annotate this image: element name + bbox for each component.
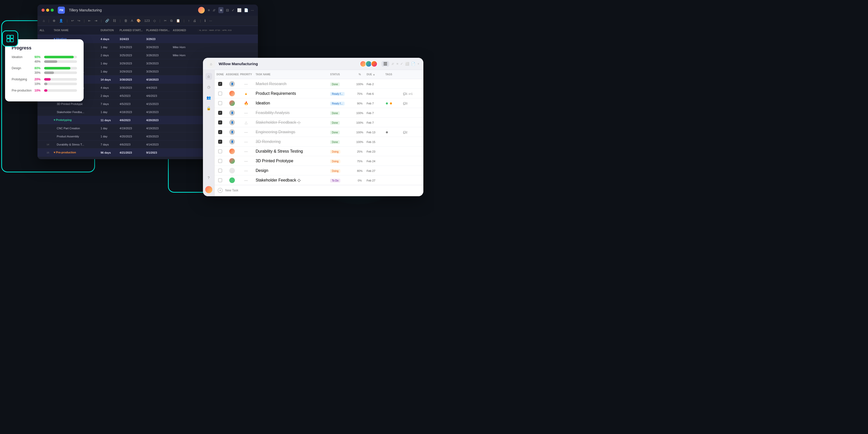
sidebar-home[interactable]: ⌂	[206, 73, 212, 80]
progress-category-prototyping: Prototyping	[12, 78, 34, 81]
list-icon-3[interactable]: ≡	[397, 62, 399, 66]
diamond-icon[interactable]: ◇	[152, 18, 157, 23]
doc-icon[interactable]: 📄	[244, 8, 248, 12]
gantt-col-start: PLANNED START...	[118, 29, 144, 32]
minimize-dot[interactable]	[46, 9, 49, 12]
menu-icon[interactable]: ≡	[208, 8, 210, 12]
progress-bar-prototyping-2	[44, 83, 77, 85]
close-dot[interactable]	[41, 9, 44, 12]
tag-green-ideation	[386, 103, 388, 105]
redo-icon[interactable]: ↪	[76, 18, 82, 23]
list-icon-2[interactable]: ⫻	[391, 62, 395, 66]
outdent-icon[interactable]: ⇤	[87, 18, 92, 23]
list-row-market-research[interactable]: ✓ 👤 — Market Research Done 100% Feb 2	[215, 79, 423, 89]
filter-icon[interactable]: ≡	[218, 7, 223, 13]
unlink-icon[interactable]: ⛓	[112, 18, 117, 23]
gantt-toolbar-icons: ≡ ⫻ ≡ ⊟ ✓ ⬜ 📄 ···	[208, 7, 254, 13]
checkbox-product-req[interactable]	[218, 91, 222, 95]
list-icon-6[interactable]: 📄	[411, 62, 415, 66]
checkbox-durability[interactable]	[218, 149, 222, 153]
priority-eng-drawings: —	[239, 130, 254, 134]
status-market-research: Done	[330, 82, 340, 86]
status-eng-drawings: Done	[330, 131, 340, 134]
more-dots-icon[interactable]: ···	[208, 18, 213, 23]
priority-durability: —	[239, 149, 254, 153]
checkbox-market-research[interactable]: ✓	[218, 82, 222, 86]
list-row-product-req[interactable]: ▲ Product Requirements Ready f... 75% Fe…	[215, 89, 423, 98]
checkbox-ideation[interactable]	[218, 101, 222, 105]
sidebar-clock[interactable]: ◷	[206, 84, 212, 90]
list-row-durability[interactable]: — Durability & Stress Testing Doing 25% …	[215, 147, 423, 156]
pm-badge: PM	[58, 7, 65, 14]
status-design: Doing	[330, 169, 340, 173]
list-icon-4[interactable]: ✓	[400, 62, 403, 66]
progress-bar-preproduction-1	[44, 89, 77, 92]
list-home-icon[interactable]: ⌂	[207, 60, 215, 68]
sidebar-help[interactable]: ?	[206, 174, 212, 181]
checkbox-feasibility[interactable]: ✓	[218, 111, 222, 115]
list-row-eng-drawings[interactable]: ✓ 👤 — Engineering Drawings Done 100% Feb…	[215, 127, 423, 137]
checkbox-stakeholder-todo[interactable]	[218, 178, 222, 182]
progress-pct-prototyping-1: 20%	[34, 78, 44, 81]
checkbox-3d-prototype[interactable]	[218, 159, 222, 163]
indent-icon[interactable]: ⇥	[93, 18, 98, 23]
sidebar-users[interactable]: 👥	[206, 94, 212, 101]
checkbox-design[interactable]	[218, 169, 222, 173]
status-durability: Doing	[330, 150, 340, 154]
list-view-icon[interactable]	[381, 61, 389, 67]
font-icon[interactable]: A	[130, 18, 134, 23]
scissors-icon[interactable]: ✂	[163, 18, 168, 23]
task-name-durability: Durability & Stress Testing	[256, 149, 303, 153]
list-row-stakeholder-todo[interactable]: — Stakeholder Feedback ◇ To Do 0% Feb 27	[215, 175, 423, 185]
add-task-icon[interactable]: ⊕	[52, 18, 57, 23]
list-row-3d-rendering[interactable]: ✓ 👤 — 3D Rendering Done 100% Feb 15	[215, 137, 423, 147]
progress-bar-ideation-1	[44, 56, 77, 58]
more-icon[interactable]: ···	[251, 8, 254, 12]
task-name-product-req: Product Requirements	[256, 91, 296, 95]
add-task-circle[interactable]: +	[218, 188, 223, 193]
priority-3d-prototype: —	[239, 159, 254, 163]
task-name-feasibility: Feasibility Analysis	[256, 111, 289, 115]
progress-pct-preproduction-1: 10%	[34, 89, 44, 92]
paint-icon[interactable]: 🎨	[135, 18, 142, 23]
comment-eng-drawings: 💬2	[403, 131, 408, 134]
list-row-design[interactable]: — Design Doing 80% Feb 27	[215, 166, 423, 175]
new-task-label[interactable]: New Task	[225, 189, 239, 192]
traffic-lights	[41, 9, 54, 12]
link-icon[interactable]: 🔗	[104, 18, 111, 23]
list-row-3d-prototype[interactable]: — 3D Printed Prototype Doing 75% Feb 24	[215, 156, 423, 166]
print-icon[interactable]: 🖨	[192, 18, 197, 23]
grid-icon[interactable]: ⊟	[226, 8, 229, 12]
checkbox-eng-drawings[interactable]: ✓	[218, 130, 222, 134]
assignee-ideation	[229, 100, 235, 106]
add-person-icon[interactable]: 👤	[58, 18, 64, 23]
num-icon[interactable]: 123	[143, 18, 151, 23]
list-row-ideation[interactable]: 🔥 Ideation Ready f... 90% Feb 7 💬3	[215, 98, 423, 108]
window-icon[interactable]: ⬜	[237, 8, 242, 12]
delete-icon[interactable]: 🗑	[123, 18, 129, 23]
list-icon-5[interactable]: ⬜	[405, 62, 409, 66]
assignee-3d-rendering: 👤	[229, 139, 235, 144]
maximize-dot[interactable]	[51, 9, 54, 12]
priority-3d-rendering: —	[239, 140, 254, 144]
list-icon-plus[interactable]: +	[417, 62, 419, 66]
pct-market-research: 100%	[356, 83, 363, 86]
info-icon[interactable]: ℹ	[203, 18, 207, 23]
checkbox-3d-rendering[interactable]: ✓	[218, 140, 222, 144]
timeline-icon[interactable]: ⫻	[212, 8, 216, 12]
check-icon[interactable]: ✓	[231, 8, 235, 12]
export-icon[interactable]: ↑	[187, 18, 191, 23]
gantt-col-taskname: TASK NAME	[52, 29, 98, 32]
home-icon[interactable]: ⌂	[41, 18, 46, 23]
sidebar-lock[interactable]: 🔒	[206, 105, 212, 112]
new-task-row[interactable]: + New Task	[215, 185, 423, 195]
pct-product-req: 75%	[357, 92, 363, 95]
undo-icon[interactable]: ↩	[70, 18, 75, 23]
list-row-stakeholder-done[interactable]: ✓ 👤 △ Stakeholder Feedback ◇ Done 100% F…	[215, 118, 423, 127]
list-row-feasibility[interactable]: ✓ 👤 — Feasibility Analysis Done 100% Feb…	[215, 108, 423, 118]
comment-ideation: 💬3	[403, 102, 408, 105]
checkbox-stakeholder-done[interactable]: ✓	[218, 120, 222, 124]
pct-eng-drawings: 100%	[356, 131, 363, 134]
copy-icon[interactable]: ⧉	[169, 18, 174, 23]
paste-icon[interactable]: 📋	[175, 18, 181, 23]
